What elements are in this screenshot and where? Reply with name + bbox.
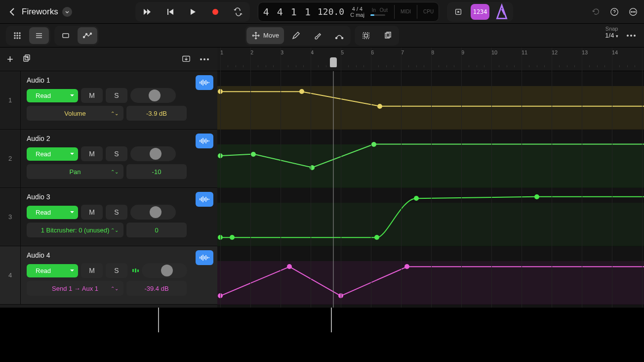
undo-icon[interactable]	[591, 7, 601, 17]
automation-mode-button[interactable]: Read	[27, 147, 78, 161]
timesig-key: 4 / 4 C maj	[350, 6, 364, 18]
project-title[interactable]: Fireworks	[22, 7, 72, 17]
svg-point-0	[212, 9, 218, 15]
svg-point-7	[635, 11, 636, 12]
automation-param-select[interactable]: Pan⌃⌄	[27, 164, 123, 179]
move-label: Move	[263, 32, 279, 39]
duplicate-track-button[interactable]	[22, 54, 31, 65]
waveform-icon[interactable]	[196, 134, 213, 148]
toolbar-more-icon[interactable]	[625, 30, 637, 42]
volume-slider[interactable]	[130, 88, 176, 103]
track-row[interactable]: 1 Audio 1 Read M S Volume⌃⌄ -3.9 dB	[0, 71, 217, 130]
automation-point[interactable]	[377, 104, 382, 109]
lane[interactable]	[217, 246, 644, 305]
mute-button[interactable]: M	[81, 88, 103, 103]
playhead[interactable]	[330, 57, 337, 67]
automation-mode-button[interactable]: Read	[27, 89, 78, 102]
svg-rect-26	[363, 33, 369, 39]
track-row[interactable]: 2 Audio 2 Read M S Pan⌃⌄ -10	[0, 130, 217, 188]
list-view-button[interactable]	[29, 27, 49, 44]
mute-button[interactable]: M	[81, 146, 103, 161]
solo-button[interactable]: S	[106, 146, 127, 161]
metronome-chip[interactable]	[492, 4, 511, 20]
solo-button[interactable]: S	[106, 263, 127, 278]
play-button[interactable]	[183, 4, 202, 20]
automation-point[interactable]	[374, 235, 379, 240]
automation-param-select[interactable]: Send 1 → Aux 1⌃⌄	[27, 281, 123, 296]
lane[interactable]	[217, 188, 644, 246]
pencil-tool[interactable]	[286, 27, 306, 44]
automation-point[interactable]	[404, 264, 409, 269]
automation-point[interactable]	[230, 235, 235, 240]
region-view-button[interactable]	[56, 27, 76, 44]
automation-point[interactable]	[299, 89, 304, 94]
record-button[interactable]	[205, 4, 225, 20]
automation-mode-button[interactable]: Read	[27, 206, 78, 219]
fast-forward-button[interactable]	[137, 4, 157, 20]
tracks-list: 1 Audio 1 Read M S Volume⌃⌄ -3.9 dB 2	[0, 71, 217, 305]
svg-point-39	[203, 58, 205, 60]
track-row[interactable]: 4 Audio 4 Read M S Send 1 → Aux 1⌃⌄ -39.…	[0, 246, 217, 305]
level-meter	[132, 269, 139, 272]
automation-value[interactable]: -10	[126, 164, 187, 179]
automation-point[interactable]	[414, 196, 419, 201]
ruler[interactable]: 1234567891011121314	[217, 47, 644, 71]
volume-slider[interactable]	[130, 146, 176, 161]
waveform-icon[interactable]	[196, 75, 213, 90]
svg-point-22	[86, 33, 87, 35]
track-number: 2	[0, 130, 21, 187]
track-row[interactable]: 3 Audio 3 Read M S 1 Bitcrusher: 0 (unus…	[0, 188, 217, 246]
mute-button[interactable]: M	[81, 263, 103, 278]
automation-param-select[interactable]: 1 Bitcrusher: 0 (unused)⌃⌄	[27, 223, 123, 237]
volume-slider[interactable]	[142, 263, 187, 278]
automation-point[interactable]	[251, 152, 256, 157]
snap-value: 1/4	[605, 32, 614, 39]
track-name: Audio 4	[27, 251, 212, 259]
automation-value[interactable]: 0	[126, 223, 187, 237]
curve-tool[interactable]	[329, 27, 349, 44]
svg-rect-27	[364, 34, 367, 37]
solo-button[interactable]: S	[106, 205, 127, 220]
brush-tool[interactable]	[308, 27, 327, 44]
lane[interactable]	[217, 130, 644, 188]
lcd-display[interactable]: 4 4 1 1 120.0 4 / 4 C maj InOut MIDI CPU	[258, 2, 439, 22]
lane[interactable]	[217, 71, 644, 130]
ruler-number: 14	[612, 49, 618, 55]
svg-rect-20	[63, 34, 69, 38]
automation-param-select[interactable]: Volume⌃⌄	[27, 106, 123, 121]
svg-point-10	[19, 33, 20, 34]
go-to-start-button[interactable]	[160, 4, 180, 20]
automation-point[interactable]	[287, 264, 292, 269]
more-icon[interactable]	[628, 7, 638, 17]
automation-mode-button[interactable]: Read	[27, 264, 78, 277]
back-button[interactable]	[6, 6, 18, 18]
import-button[interactable]	[182, 54, 191, 65]
transport-controls	[135, 2, 250, 22]
select-all-tool[interactable]	[356, 27, 376, 44]
move-tool[interactable]: Move	[246, 27, 284, 44]
waveform-icon[interactable]	[196, 192, 213, 207]
svg-point-9	[17, 33, 18, 34]
automation-value[interactable]: -39.4 dB	[126, 281, 187, 296]
grid-view-button[interactable]	[7, 27, 27, 44]
count-in-chip[interactable]: 1234	[471, 4, 489, 20]
add-track-button[interactable]: +	[7, 53, 13, 66]
mute-button[interactable]: M	[81, 205, 103, 220]
cycle-button[interactable]	[228, 4, 248, 20]
automation-point[interactable]	[534, 194, 539, 199]
automation-point[interactable]	[371, 142, 376, 147]
automation-value[interactable]: -3.9 dB	[126, 106, 187, 121]
track-number: 1	[0, 71, 21, 129]
copy-tool[interactable]	[378, 27, 398, 44]
sidebar-more-icon[interactable]	[199, 53, 210, 65]
automation-view-button[interactable]	[78, 27, 97, 44]
volume-slider[interactable]	[130, 205, 176, 220]
waveform-icon[interactable]	[196, 250, 213, 265]
help-icon[interactable]	[609, 7, 619, 17]
marker-line-2	[331, 308, 332, 332]
snap-display[interactable]: Snap 1/4 ▾	[605, 26, 618, 39]
solo-button[interactable]: S	[106, 88, 127, 103]
tuner-chip[interactable]	[449, 4, 468, 20]
track-name: Audio 2	[27, 135, 212, 142]
sidebar-header: +	[0, 47, 217, 71]
